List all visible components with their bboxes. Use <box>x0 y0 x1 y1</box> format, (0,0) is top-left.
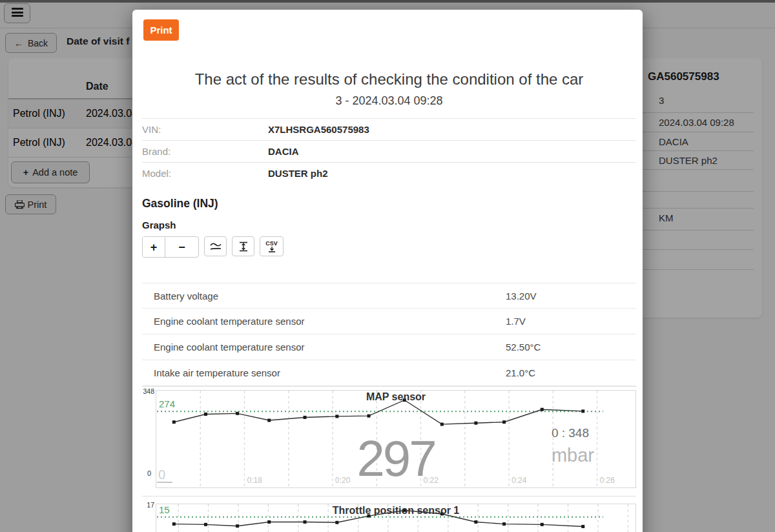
modal-subtitle: 3 - 2024.03.04 09:28 <box>142 94 636 108</box>
data-point <box>335 521 338 524</box>
data-point <box>367 414 370 418</box>
sensor-value: 52.50°C <box>506 342 541 353</box>
fuel-section-heading: Gasoline (INJ) <box>142 197 636 210</box>
data-point <box>267 419 271 422</box>
sensor-value: 13.20V <box>506 291 537 302</box>
sensor-table: Battery voltage13.20VEngine coolant temp… <box>142 283 636 386</box>
info-row: Model:DUSTER ph2 <box>142 162 636 184</box>
graphs-heading: Grapsh <box>142 220 636 230</box>
modal-print-button[interactable]: Print <box>143 19 179 41</box>
data-point <box>541 523 544 526</box>
sensor-row: Engine coolant temperature sensor1.7V <box>142 309 636 334</box>
zoom-in-button[interactable]: + <box>143 237 165 257</box>
wave-icon <box>210 242 222 251</box>
sensor-value: 1.7V <box>506 316 526 327</box>
sensor-row: Intake air temperature sensor21.0°C <box>142 360 636 386</box>
data-point <box>474 520 477 524</box>
min-marker-underline <box>157 482 172 483</box>
info-label: VIN: <box>142 124 268 135</box>
y-axis-max-label: 17 <box>143 501 154 509</box>
unit-label: mbar <box>552 445 594 466</box>
charts-container: 0:180:200:220:240:26MAP sensor3480274029… <box>142 386 636 532</box>
data-point <box>581 409 584 413</box>
zoom-button-group: + − <box>142 236 199 258</box>
info-row: Brand:DACIA <box>142 140 636 162</box>
sensor-label: Engine coolant temperature sensor <box>154 316 304 327</box>
info-value: DUSTER ph2 <box>268 168 328 179</box>
data-line <box>174 400 583 424</box>
data-point <box>236 412 239 415</box>
chart-block: Throttle position sensor 11715 <box>142 496 636 532</box>
data-point <box>502 420 506 424</box>
sensor-value: 21.0°C <box>506 367 535 378</box>
data-point <box>304 416 307 419</box>
plus-icon: + <box>150 241 158 253</box>
chart-title: Throttle position sensor 1 <box>156 505 636 517</box>
csv-export-button[interactable]: CSV <box>260 236 284 256</box>
chart-plot[interactable]: 0:180:200:220:240:26MAP sensor3480274029… <box>156 390 636 488</box>
smooth-lines-button[interactable] <box>204 236 227 256</box>
info-row: VIN:X7LHSRGA560575983 <box>142 118 636 140</box>
min-marker-label: 0 <box>158 467 165 482</box>
data-point <box>335 414 338 418</box>
data-point <box>204 523 207 526</box>
fit-vertical-button[interactable] <box>232 236 254 256</box>
data-point <box>440 423 444 426</box>
sensor-label: Intake air temperature sensor <box>154 367 280 378</box>
sensor-row: Battery voltage13.20V <box>142 283 636 309</box>
info-value: X7LHSRGA560575983 <box>268 124 369 135</box>
data-point <box>236 524 239 527</box>
sensor-label: Engine coolant temperature sensor <box>154 342 304 353</box>
minus-icon: − <box>178 241 185 253</box>
data-point <box>204 413 207 416</box>
data-point <box>502 522 506 526</box>
zoom-out-button[interactable]: − <box>170 237 193 257</box>
info-label: Model: <box>142 168 268 179</box>
range-label: 0 : 348 <box>552 426 589 440</box>
data-point <box>267 520 271 524</box>
chart-toolbar: + − CSV <box>142 236 636 258</box>
report-modal: Print The act of the results of checking… <box>132 10 643 532</box>
download-icon <box>268 247 276 252</box>
info-label: Brand: <box>142 146 268 157</box>
chart-title: MAP sensor <box>156 391 636 403</box>
sensor-row: Engine coolant temperature sensor52.50°C <box>142 334 636 360</box>
y-axis-min-label: 0 <box>147 469 151 477</box>
fit-vertical-icon <box>239 241 248 252</box>
chart-block: 0:180:200:220:240:26MAP sensor3480274029… <box>142 386 636 496</box>
csv-label: CSV <box>265 241 278 247</box>
data-point <box>172 522 176 526</box>
vehicle-info-table: VIN:X7LHSRGA560575983Brand:DACIAModel:DU… <box>142 118 636 184</box>
sensor-label: Battery voltage <box>154 291 218 302</box>
info-value: DACIA <box>268 146 299 157</box>
chart-plot[interactable]: Throttle position sensor 11715 <box>156 504 636 532</box>
modal-title: The act of the results of checking the c… <box>142 70 636 88</box>
y-axis-max-label: 348 <box>143 387 154 395</box>
data-point <box>474 422 477 425</box>
data-point <box>541 408 544 411</box>
data-point <box>304 520 307 524</box>
data-point <box>581 525 584 528</box>
data-point <box>172 420 176 424</box>
